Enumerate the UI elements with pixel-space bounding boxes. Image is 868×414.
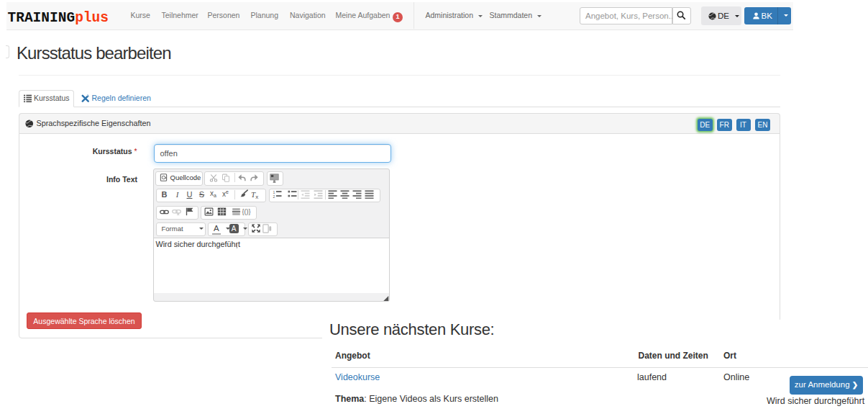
- svg-text:1: 1: [273, 190, 275, 194]
- svg-text:2: 2: [273, 194, 275, 198]
